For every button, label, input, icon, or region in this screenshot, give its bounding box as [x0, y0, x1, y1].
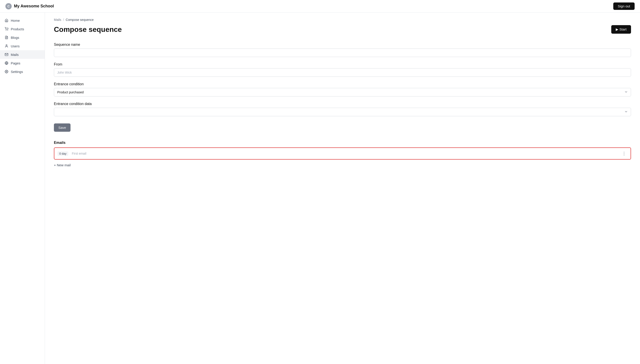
entrance-condition-select-wrapper: Product purchased User signed up Custom … — [54, 88, 631, 96]
emails-section: Emails 0 day First email ⋮ + New mail — [54, 141, 631, 168]
app-title: My Awesome School — [14, 4, 54, 8]
main-content: Mails / Compose sequence Compose sequenc… — [45, 12, 640, 364]
mails-icon — [5, 52, 9, 56]
emails-title: Emails — [54, 141, 631, 145]
sidebar-item-home[interactable]: Home — [0, 16, 45, 25]
sidebar-item-settings[interactable]: Settings — [0, 67, 45, 76]
pages-icon — [5, 61, 9, 65]
sidebar-item-users-label: Users — [11, 44, 20, 48]
email-row-left: 0 day First email — [58, 152, 86, 156]
new-mail-button[interactable]: + New mail — [54, 162, 71, 168]
from-section: From — [54, 62, 631, 77]
sidebar-item-blogs-label: Blogs — [11, 36, 19, 40]
layout: Home Products Blogs — [0, 12, 640, 364]
entrance-condition-data-select[interactable] — [54, 108, 631, 116]
sidebar-item-settings-label: Settings — [11, 70, 23, 74]
sidebar-item-users[interactable]: Users — [0, 42, 45, 50]
entrance-condition-label: Entrance condition — [54, 82, 631, 86]
sidebar-item-products[interactable]: Products — [0, 25, 45, 33]
sidebar-item-home-label: Home — [11, 19, 20, 22]
entrance-condition-section: Entrance condition Product purchased Use… — [54, 82, 631, 96]
email-menu-button[interactable]: ⋮ — [621, 150, 627, 156]
from-input[interactable] — [54, 68, 631, 77]
sidebar-item-mails-label: Mails — [11, 53, 19, 56]
header-left: C My Awesome School — [6, 3, 54, 10]
breadcrumb-mails-link[interactable]: Mails — [54, 18, 61, 22]
svg-point-7 — [6, 71, 7, 72]
header: C My Awesome School Sign out — [0, 0, 640, 12]
breadcrumb-current: Compose sequence — [66, 18, 94, 22]
settings-icon — [5, 70, 9, 74]
app-logo: C — [6, 3, 12, 10]
sidebar-item-pages-label: Pages — [11, 61, 21, 65]
save-button[interactable]: Save — [54, 124, 71, 132]
blogs-icon — [5, 36, 9, 40]
start-button[interactable]: ▶ Start — [611, 25, 631, 34]
entrance-condition-data-section: Entrance condition data — [54, 102, 631, 116]
products-icon — [5, 27, 9, 31]
entrance-condition-data-select-wrapper — [54, 108, 631, 116]
svg-point-0 — [6, 30, 6, 30]
email-name: First email — [72, 152, 87, 155]
breadcrumb: Mails / Compose sequence — [54, 18, 631, 22]
email-row[interactable]: 0 day First email ⋮ — [54, 148, 631, 160]
home-icon — [5, 18, 9, 22]
sequence-name-label: Sequence name — [54, 43, 631, 47]
sequence-name-section: Sequence name — [54, 43, 631, 57]
sidebar: Home Products Blogs — [0, 12, 45, 364]
email-day-badge: 0 day — [58, 152, 68, 156]
users-icon — [5, 44, 9, 48]
sidebar-item-mails[interactable]: Mails — [0, 50, 45, 59]
entrance-condition-select[interactable]: Product purchased User signed up Custom … — [54, 88, 631, 96]
entrance-condition-data-label: Entrance condition data — [54, 102, 631, 106]
page-title: Compose sequence — [54, 25, 122, 34]
sidebar-item-products-label: Products — [11, 27, 24, 31]
sidebar-item-blogs[interactable]: Blogs — [0, 33, 45, 42]
page-header: Compose sequence ▶ Start — [54, 25, 631, 34]
sign-out-button[interactable]: Sign out — [613, 2, 634, 10]
from-label: From — [54, 62, 631, 66]
save-section: Save — [54, 122, 631, 132]
svg-point-4 — [6, 45, 7, 46]
sequence-name-input[interactable] — [54, 48, 631, 57]
breadcrumb-separator: / — [63, 18, 64, 22]
sidebar-item-pages[interactable]: Pages — [0, 59, 45, 67]
